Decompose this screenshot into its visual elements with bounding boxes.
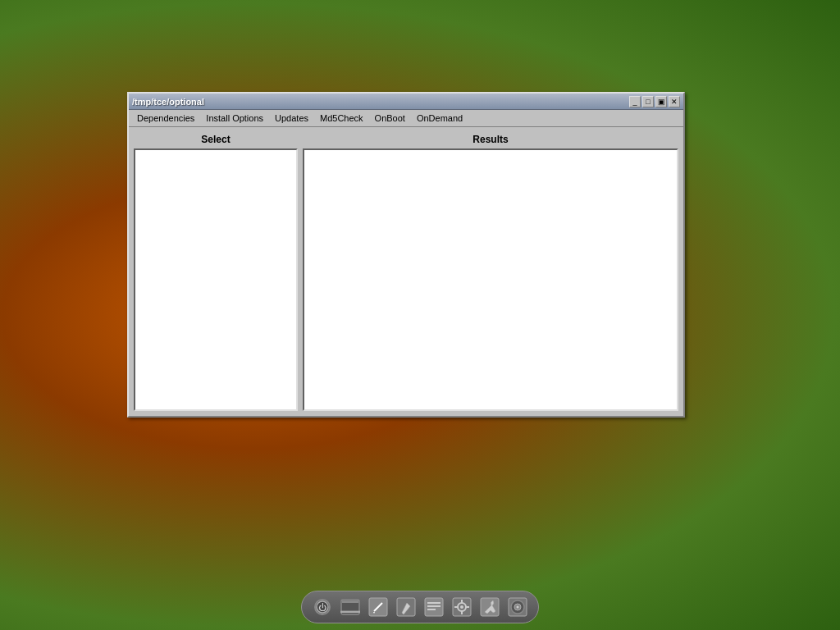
- select-header: Select: [134, 132, 298, 148]
- filemanager-icon[interactable]: [422, 595, 446, 619]
- results-listbox[interactable]: [303, 148, 678, 411]
- menu-item-dependencies[interactable]: Dependencies: [132, 112, 199, 125]
- left-panel: Select: [134, 132, 298, 411]
- settings-icon[interactable]: [450, 595, 474, 619]
- menu-item-onboot[interactable]: OnBoot: [370, 112, 410, 125]
- minimize-button[interactable]: _: [629, 96, 641, 107]
- menu-item-install-options[interactable]: Install Options: [201, 112, 268, 125]
- application-window: /tmp/tce/optional _ □ ▣ ✕ Dependencies I…: [127, 92, 685, 418]
- taskbar: ⏻ ▬▬▬: [301, 591, 539, 623]
- panels: Select Results: [134, 132, 678, 411]
- disk-icon[interactable]: [505, 595, 530, 619]
- restore-button[interactable]: ▣: [655, 96, 667, 107]
- svg-point-25: [517, 606, 519, 609]
- menu-bar: Dependencies Install Options Updates Md5…: [129, 110, 683, 127]
- title-bar: /tmp/tce/optional _ □ ▣ ✕: [129, 94, 683, 110]
- menu-item-ondemand[interactable]: OnDemand: [412, 112, 468, 125]
- results-header: Results: [303, 132, 678, 148]
- svg-point-16: [460, 605, 463, 609]
- power-icon[interactable]: ⏻: [310, 595, 335, 619]
- svg-rect-12: [427, 605, 441, 607]
- terminal-icon[interactable]: ▬▬▬: [338, 595, 363, 619]
- svg-text:⏻: ⏻: [318, 603, 326, 612]
- menu-item-updates[interactable]: Updates: [270, 112, 313, 125]
- wrench-icon[interactable]: [477, 595, 502, 619]
- title-bar-buttons: _ □ ▣ ✕: [629, 96, 680, 107]
- maximize-button[interactable]: □: [642, 96, 654, 107]
- window-title: /tmp/tce/optional: [132, 97, 204, 107]
- pencil-icon[interactable]: [366, 595, 390, 619]
- close-button[interactable]: ✕: [669, 96, 680, 107]
- content-area: Select Results: [129, 127, 683, 416]
- select-listbox[interactable]: [134, 148, 298, 411]
- svg-rect-13: [427, 609, 436, 610]
- pen-icon[interactable]: [394, 595, 418, 619]
- right-panel: Results: [303, 132, 678, 411]
- svg-rect-11: [427, 602, 441, 604]
- menu-item-md5check[interactable]: Md5Check: [315, 112, 368, 125]
- svg-text:▬▬▬: ▬▬▬: [340, 607, 360, 614]
- svg-rect-4: [342, 600, 358, 603]
